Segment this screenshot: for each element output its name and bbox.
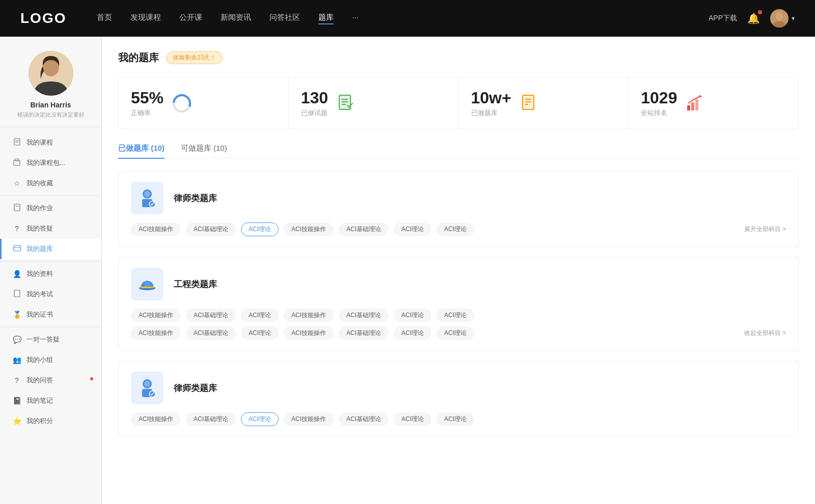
navbar-right: APP下载 🔔 ▾ bbox=[709, 9, 795, 27]
svg-rect-14 bbox=[14, 290, 20, 297]
sidebar-item-label: 我的资料 bbox=[26, 269, 53, 278]
notification-bell[interactable]: 🔔 bbox=[747, 12, 760, 24]
avatar bbox=[770, 9, 789, 27]
tag[interactable]: ACI基础理论 bbox=[186, 309, 236, 322]
rank-icon bbox=[685, 93, 705, 114]
tag[interactable]: ACI技能操作 bbox=[131, 309, 181, 322]
tag[interactable]: ACI理论 bbox=[437, 222, 474, 236]
course-icon bbox=[12, 138, 21, 147]
tag[interactable]: ACI基础理论 bbox=[339, 309, 389, 322]
svg-point-33 bbox=[144, 191, 150, 197]
qa-icon: ? bbox=[12, 225, 21, 233]
tab-bar: 已做题库 (10) 可做题库 (10) bbox=[118, 144, 799, 159]
tag[interactable]: ACI技能操作 bbox=[284, 326, 334, 340]
nav-discover[interactable]: 发现课程 bbox=[130, 13, 161, 24]
collapse-link-2[interactable]: 收起全部科目 > bbox=[744, 329, 786, 338]
tag[interactable]: ACI理论 bbox=[437, 326, 474, 340]
profile-avatar bbox=[29, 51, 73, 96]
tag[interactable]: ACI技能操作 bbox=[284, 222, 334, 236]
tag[interactable]: ACI技能操作 bbox=[284, 309, 334, 322]
qbank-header-2: 工程类题库 bbox=[131, 268, 786, 300]
my-qa-icon: ? bbox=[12, 376, 21, 384]
sidebar-item-certificate[interactable]: 🏅 我的证书 bbox=[0, 304, 101, 325]
coursepack-icon bbox=[12, 158, 21, 167]
sidebar-item-label: 我的积分 bbox=[26, 416, 53, 426]
tab-available[interactable]: 可做题库 (10) bbox=[181, 144, 227, 158]
svg-point-1 bbox=[776, 12, 783, 20]
done-banks-label: 已做题库 bbox=[471, 108, 511, 118]
sidebar-item-qa[interactable]: ? 我的答疑 bbox=[0, 218, 101, 239]
qbank-section-1: 律师类题库 ACI技能操作 ACI基础理论 ACI理论 ACI技能操作 ACI基… bbox=[118, 171, 799, 247]
tag[interactable]: ACI基础理论 bbox=[186, 412, 236, 426]
sidebar-item-group[interactable]: 👥 我的小组 bbox=[0, 350, 101, 370]
sidebar-item-my-courses[interactable]: 我的课程 bbox=[0, 132, 101, 153]
svg-rect-10 bbox=[14, 204, 20, 211]
qbank-icon bbox=[12, 244, 21, 254]
profile-icon: 👤 bbox=[12, 270, 21, 278]
nav-more[interactable]: ··· bbox=[352, 13, 359, 24]
tag[interactable]: ACI理论 bbox=[241, 222, 279, 236]
qbank-title-1: 律师类题库 bbox=[174, 192, 217, 204]
engineer-icon bbox=[131, 268, 164, 300]
sidebar-item-qbank[interactable]: 我的题库 bbox=[0, 239, 101, 259]
sidebar-item-exam[interactable]: 我的考试 bbox=[0, 284, 101, 304]
tag[interactable]: ACI理论 bbox=[394, 222, 431, 236]
tag[interactable]: ACI理论 bbox=[394, 326, 431, 340]
tag[interactable]: ACI技能操作 bbox=[131, 412, 181, 426]
accuracy-icon bbox=[172, 93, 192, 114]
sidebar-item-homework[interactable]: 我的作业 bbox=[0, 198, 101, 218]
tag[interactable]: ACI技能操作 bbox=[131, 326, 181, 340]
qbank-section-3: 律师类题库 ACI技能操作 ACI基础理论 ACI理论 ACI技能操作 ACI基… bbox=[118, 361, 799, 437]
tag[interactable]: ACI技能操作 bbox=[284, 412, 334, 426]
qbank-title-3: 律师类题库 bbox=[174, 382, 217, 394]
cert-icon: 🏅 bbox=[12, 311, 21, 319]
sidebar-item-notes[interactable]: 📓 我的笔记 bbox=[0, 390, 101, 411]
expand-link-1[interactable]: 展开全部科目 > bbox=[744, 225, 786, 234]
tag[interactable]: ACI理论 bbox=[241, 412, 279, 426]
tab-done[interactable]: 已做题库 (10) bbox=[118, 144, 165, 158]
nav-opencourse[interactable]: 公开课 bbox=[179, 13, 202, 24]
tag[interactable]: ACI技能操作 bbox=[131, 222, 181, 236]
tag[interactable]: ACI理论 bbox=[241, 309, 279, 322]
exam-icon bbox=[12, 290, 21, 299]
nav-qa[interactable]: 问答社区 bbox=[269, 13, 300, 24]
stats-row: 55% 正确率 130 已做试题 bbox=[118, 77, 799, 129]
tag[interactable]: ACI理论 bbox=[241, 326, 279, 340]
svg-rect-27 bbox=[687, 105, 690, 110]
nav-news[interactable]: 新闻资讯 bbox=[221, 13, 251, 24]
tag[interactable]: ACI理论 bbox=[437, 412, 474, 426]
app-download-link[interactable]: APP下载 bbox=[709, 14, 737, 23]
qbank-header-1: 律师类题库 bbox=[131, 182, 786, 214]
sidebar-item-my-qa[interactable]: ? 我的问答 bbox=[0, 370, 101, 390]
sidebar-profile: Brian Harris 错误的决定比没有决定要好 bbox=[0, 37, 101, 127]
sidebar-item-label: 我的证书 bbox=[26, 310, 53, 319]
tag[interactable]: ACI理论 bbox=[394, 309, 431, 322]
main-content: 我的题库 体验剩余23天！ 55% 正确率 bbox=[102, 37, 815, 504]
qbank-section-2: 工程类题库 ACI技能操作 ACI基础理论 ACI理论 ACI技能操作 ACI基… bbox=[118, 257, 799, 351]
nav-links: 首页 发现课程 公开课 新闻资讯 问答社区 题库 ··· bbox=[97, 13, 709, 24]
done-banks-icon bbox=[520, 93, 540, 114]
sidebar-item-label: 我的答疑 bbox=[26, 224, 53, 233]
tag[interactable]: ACI基础理论 bbox=[186, 222, 236, 236]
sidebar-item-label: 我的笔记 bbox=[26, 396, 53, 405]
tag[interactable]: ACI基础理论 bbox=[339, 326, 389, 340]
sidebar-item-points[interactable]: ⭐ 我的积分 bbox=[0, 411, 101, 431]
sidebar-item-favorites[interactable]: ☆ 我的收藏 bbox=[0, 173, 101, 193]
nav-home[interactable]: 首页 bbox=[97, 13, 112, 24]
sidebar-item-one-on-one[interactable]: 💬 一对一答疑 bbox=[0, 329, 101, 350]
tag[interactable]: ACI理论 bbox=[394, 412, 431, 426]
sidebar-item-label: 我的考试 bbox=[26, 290, 53, 299]
tag[interactable]: ACI理论 bbox=[437, 309, 474, 322]
profile-motto: 错误的决定比没有决定要好 bbox=[17, 111, 85, 119]
tag[interactable]: ACI基础理论 bbox=[186, 326, 236, 340]
sidebar-item-profile[interactable]: 👤 我的资料 bbox=[0, 264, 101, 284]
divider bbox=[0, 261, 101, 262]
trial-badge: 体验剩余23天！ bbox=[166, 51, 223, 64]
done-banks-value: 10w+ bbox=[471, 89, 511, 107]
stat-done-banks: 10w+ 已做题库 bbox=[459, 77, 629, 129]
nav-qbank[interactable]: 题库 bbox=[318, 13, 334, 24]
tag[interactable]: ACI基础理论 bbox=[339, 412, 389, 426]
sidebar-item-course-pack[interactable]: 我的课程包... bbox=[0, 153, 101, 173]
user-avatar-menu[interactable]: ▾ bbox=[770, 9, 795, 27]
tag[interactable]: ACI基础理论 bbox=[339, 222, 389, 236]
